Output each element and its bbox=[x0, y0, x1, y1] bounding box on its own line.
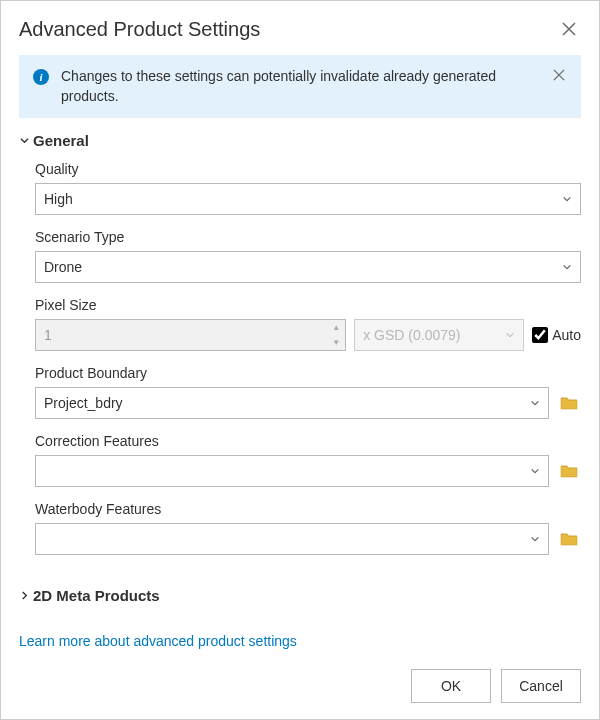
quality-select[interactable]: High bbox=[35, 183, 581, 215]
scenario-type-select[interactable]: Drone bbox=[35, 251, 581, 283]
correction-features-browse-button[interactable] bbox=[557, 459, 581, 483]
folder-icon bbox=[560, 531, 578, 547]
correction-features-select[interactable] bbox=[35, 455, 549, 487]
field-quality: Quality High bbox=[35, 161, 581, 215]
correction-features-label: Correction Features bbox=[35, 433, 581, 449]
caret-down-icon bbox=[19, 136, 29, 145]
folder-icon bbox=[560, 463, 578, 479]
product-boundary-browse-button[interactable] bbox=[557, 391, 581, 415]
auto-checkbox-group: Auto bbox=[532, 327, 581, 343]
cancel-button[interactable]: Cancel bbox=[501, 669, 581, 703]
field-product-boundary: Product Boundary Project_bdry bbox=[35, 365, 581, 419]
section-header-general[interactable]: General bbox=[19, 132, 581, 149]
section-header-2d-meta-products[interactable]: 2D Meta Products bbox=[19, 587, 581, 604]
pixel-size-label: Pixel Size bbox=[35, 297, 581, 313]
dialog-close-button[interactable] bbox=[557, 17, 581, 41]
section-title: General bbox=[33, 132, 89, 149]
dialog-header: Advanced Product Settings bbox=[19, 17, 581, 41]
field-scenario-type: Scenario Type Drone bbox=[35, 229, 581, 283]
info-banner-text: Changes to these settings can potentiall… bbox=[61, 67, 539, 106]
close-icon bbox=[562, 22, 576, 36]
product-boundary-label: Product Boundary bbox=[35, 365, 581, 381]
ok-button[interactable]: OK bbox=[411, 669, 491, 703]
auto-checkbox[interactable] bbox=[532, 327, 548, 343]
info-banner: Changes to these settings can potentiall… bbox=[19, 55, 581, 118]
product-boundary-select[interactable]: Project_bdry bbox=[35, 387, 549, 419]
field-waterbody-features: Waterbody Features bbox=[35, 501, 581, 555]
dialog-title: Advanced Product Settings bbox=[19, 18, 260, 41]
waterbody-features-label: Waterbody Features bbox=[35, 501, 581, 517]
info-icon bbox=[33, 69, 49, 85]
waterbody-features-browse-button[interactable] bbox=[557, 527, 581, 551]
pixel-size-input bbox=[35, 319, 346, 351]
folder-icon bbox=[560, 395, 578, 411]
advanced-product-settings-dialog: Advanced Product Settings Changes to the… bbox=[0, 0, 600, 720]
section-body-general: Quality High Scenario Type Drone Pixel S… bbox=[19, 161, 581, 569]
gsd-unit-select: x GSD (0.0079) bbox=[354, 319, 524, 351]
learn-more-link[interactable]: Learn more about advanced product settin… bbox=[19, 633, 581, 649]
quality-label: Quality bbox=[35, 161, 581, 177]
section-title: 2D Meta Products bbox=[33, 587, 160, 604]
info-banner-close-button[interactable] bbox=[551, 67, 567, 83]
auto-checkbox-label: Auto bbox=[552, 327, 581, 343]
close-icon bbox=[553, 69, 565, 81]
scenario-type-label: Scenario Type bbox=[35, 229, 581, 245]
field-pixel-size: Pixel Size ▲▼ x GSD (0.0079) Auto bbox=[35, 297, 581, 351]
waterbody-features-select[interactable] bbox=[35, 523, 549, 555]
caret-right-icon bbox=[19, 591, 29, 600]
dialog-footer: OK Cancel bbox=[19, 669, 581, 703]
field-correction-features: Correction Features bbox=[35, 433, 581, 487]
